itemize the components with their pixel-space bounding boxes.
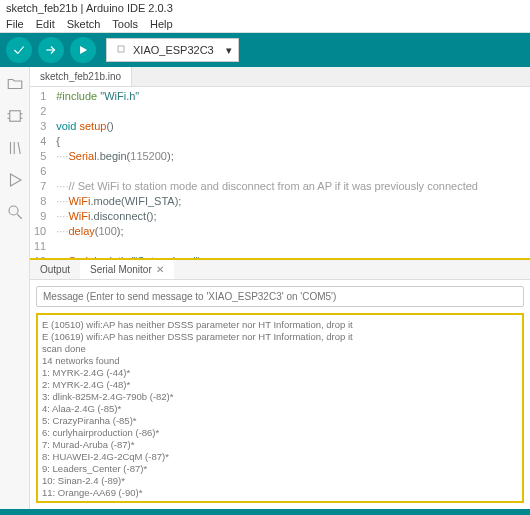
code-editor[interactable]: 1234567891011121314 #include "WiFi.h" vo… [30,87,530,258]
svg-rect-3 [9,111,20,122]
serial-monitor-tab[interactable]: Serial Monitor✕ [80,260,174,279]
library-icon[interactable] [6,139,24,157]
toolbar: XIAO_ESP32C3 ▾ [0,33,530,67]
svg-marker-11 [10,174,21,186]
menu-bar: File Edit Sketch Tools Help [0,16,530,33]
verify-button[interactable] [6,37,32,63]
svg-point-12 [9,206,18,215]
bottom-panel: Output Serial Monitor✕ E (10510) wifi:AP… [30,258,530,509]
upload-button[interactable] [38,37,64,63]
editor-tabs: sketch_feb21b.ino [30,67,530,87]
line-gutter: 1234567891011121314 [30,87,52,258]
serial-message-input[interactable] [36,286,524,307]
output-tab[interactable]: Output [30,260,80,279]
code-content: #include "WiFi.h" void setup() { ····Ser… [52,87,482,258]
sidebar [0,67,30,509]
folder-icon[interactable] [6,75,24,93]
close-icon[interactable]: ✕ [156,264,164,275]
menu-file[interactable]: File [6,18,24,30]
status-bar [0,509,530,515]
search-icon[interactable] [6,203,24,221]
file-tab[interactable]: sketch_feb21b.ino [30,67,132,86]
menu-sketch[interactable]: Sketch [67,18,101,30]
chevron-down-icon: ▾ [226,44,232,57]
window-title: sketch_feb21b | Arduino IDE 2.0.3 [0,0,530,16]
svg-rect-2 [118,46,124,52]
board-name: XIAO_ESP32C3 [133,44,214,56]
svg-line-10 [18,142,20,154]
svg-marker-1 [80,46,87,54]
svg-line-13 [17,214,22,219]
menu-tools[interactable]: Tools [112,18,138,30]
debug-button[interactable] [70,37,96,63]
chip-icon [115,43,127,57]
menu-edit[interactable]: Edit [36,18,55,30]
debug-icon[interactable] [6,171,24,189]
menu-help[interactable]: Help [150,18,173,30]
serial-output[interactable]: E (10510) wifi:AP has neither DSSS param… [36,313,524,503]
board-selector[interactable]: XIAO_ESP32C3 ▾ [106,38,239,62]
board-manager-icon[interactable] [6,107,24,125]
